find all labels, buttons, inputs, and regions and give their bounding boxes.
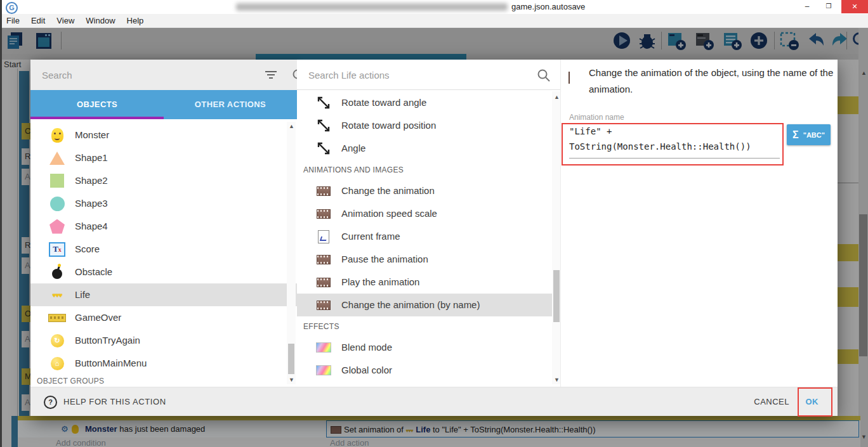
help-icon[interactable]: ? xyxy=(44,396,57,409)
window-title: game.json.autosave xyxy=(511,2,585,11)
action-label: Current frame xyxy=(341,225,400,248)
action-item[interactable]: Rotate toward angle xyxy=(297,91,552,114)
scrollbar-thumb[interactable] xyxy=(553,270,560,322)
maximize-button[interactable]: ❐ xyxy=(819,0,839,13)
action-label: Pause the animation xyxy=(341,248,428,271)
scroll-up-icon[interactable]: ▲ xyxy=(554,94,560,100)
gdevelop-logo-icon: G xyxy=(6,2,18,14)
scrollbar-thumb[interactable] xyxy=(288,344,294,374)
film-strip-icon xyxy=(317,301,331,310)
actions-section-header: ANIMATIONS AND IMAGES xyxy=(303,165,404,174)
menu-bar: File Edit View Window Help xyxy=(0,14,868,28)
action-label: Global color xyxy=(341,359,392,382)
objects-search-box xyxy=(30,60,297,90)
menu-edit[interactable]: Edit xyxy=(25,16,51,25)
object-item-score[interactable]: Tx Score xyxy=(30,238,287,261)
search-icon[interactable] xyxy=(292,68,297,82)
title-bar: G game.json.autosave – ❐ ✕ xyxy=(0,0,868,14)
object-item-obstacle[interactable]: Obstacle xyxy=(30,261,287,283)
action-item[interactable]: Pause the animation xyxy=(297,248,552,271)
film-strip-icon xyxy=(317,255,331,264)
cancel-button[interactable]: CANCEL xyxy=(754,397,789,406)
object-label: Shape2 xyxy=(75,169,108,192)
actions-search-box xyxy=(297,60,561,90)
annotation-box-ok xyxy=(798,387,832,417)
menu-window[interactable]: Window xyxy=(80,16,121,25)
triangle-icon xyxy=(49,152,65,165)
object-item-shape3[interactable]: Shape3 xyxy=(30,192,287,215)
window-left-border xyxy=(0,0,2,447)
help-link[interactable]: HELP FOR THIS ACTION xyxy=(63,397,166,406)
film-strip-icon xyxy=(317,278,331,287)
action-description: Change the animation of the object, usin… xyxy=(589,65,835,98)
object-label: Obstacle xyxy=(75,261,112,283)
abc-label: "ABC" xyxy=(803,131,825,139)
object-item-monster[interactable]: Monster xyxy=(30,124,287,146)
action-item[interactable]: Change the animation xyxy=(297,179,552,202)
circle-icon xyxy=(50,197,65,211)
action-item[interactable]: Angle xyxy=(297,137,552,160)
objects-panel: OBJECTS OTHER ACTIONS Monster Shape1 Sha… xyxy=(30,60,297,387)
dialog-footer: ? HELP FOR THIS ACTION CANCEL OK xyxy=(30,387,838,416)
minimize-button[interactable]: – xyxy=(797,0,817,13)
tab-objects[interactable]: OBJECTS xyxy=(30,90,164,119)
scroll-down-icon[interactable]: ▼ xyxy=(289,377,294,383)
frame-icon xyxy=(318,230,329,243)
actions-search-input[interactable] xyxy=(307,66,519,84)
close-button[interactable]: ✕ xyxy=(841,0,868,13)
menu-help[interactable]: Help xyxy=(121,16,150,25)
action-item[interactable]: Rotate toward position xyxy=(297,114,552,137)
object-item-shape2[interactable]: Shape2 xyxy=(30,169,287,192)
scroll-down-icon[interactable]: ▼ xyxy=(554,377,560,383)
filter-icon[interactable] xyxy=(264,68,278,81)
hearts-icon: ♥♥♥ xyxy=(53,292,62,299)
search-icon[interactable] xyxy=(537,68,551,82)
objects-search-input[interactable] xyxy=(41,66,253,84)
object-item-shape1[interactable]: Shape1 xyxy=(30,146,287,169)
object-label: ButtonMainMenu xyxy=(75,352,147,375)
objects-tabs: OBJECTS OTHER ACTIONS xyxy=(30,90,297,119)
object-label: Monster xyxy=(75,124,109,146)
action-label: Change the animation xyxy=(341,179,435,202)
object-item-buttonmainmenu[interactable]: ⌂ ButtonMainMenu xyxy=(30,352,287,375)
menu-file[interactable]: File xyxy=(0,16,25,25)
rotate-icon xyxy=(317,96,331,110)
rotate-icon xyxy=(317,119,331,133)
animation-name-label: Animation name xyxy=(569,113,624,122)
object-label: Shape3 xyxy=(75,192,108,215)
expression-editor-button[interactable]: Σ "ABC" xyxy=(787,124,831,145)
action-label: Rotate toward position xyxy=(341,114,436,137)
menu-view[interactable]: View xyxy=(51,16,80,25)
objects-scrollbar[interactable]: ▲ ▼ xyxy=(287,122,296,384)
object-label: ButtonTryAgain xyxy=(75,329,140,352)
gdevelop-window: G game.json.autosave – ❐ ✕ File Edit Vie… xyxy=(0,0,868,447)
bomb-icon xyxy=(52,269,62,279)
scroll-up-icon[interactable]: ▲ xyxy=(289,123,294,129)
action-label: Change the animation (by name) xyxy=(341,294,480,316)
object-item-buttontryagain[interactable]: ↻ ButtonTryAgain xyxy=(30,329,287,352)
object-item-gameover[interactable]: GameOver xyxy=(30,306,287,329)
action-item[interactable]: Global color xyxy=(297,359,552,382)
action-item[interactable]: Blend mode xyxy=(297,336,552,359)
action-item[interactable]: Play the animation xyxy=(297,271,552,294)
actions-scrollbar[interactable]: ▲ ▼ xyxy=(552,91,561,384)
object-label: Shape4 xyxy=(75,215,108,238)
active-tab-underline xyxy=(30,117,164,119)
action-label: Animation speed scale xyxy=(341,202,437,225)
tab-other-actions[interactable]: OTHER ACTIONS xyxy=(164,90,297,119)
action-item[interactable]: Current frame xyxy=(297,225,552,248)
banner-icon xyxy=(48,314,66,322)
object-item-shape4[interactable]: Shape4 xyxy=(30,215,287,238)
home-button-icon: ⌂ xyxy=(51,357,64,370)
window-title-blurred xyxy=(236,3,508,11)
action-label: Rotate toward angle xyxy=(341,91,426,114)
action-detail-panel: Change the animation of the object, usin… xyxy=(561,60,838,387)
action-label: Play the animation xyxy=(341,271,419,294)
action-item[interactable]: Animation speed scale xyxy=(297,202,552,225)
action-item-selected[interactable]: Change the animation (by name) xyxy=(297,294,561,316)
actions-section-header: EFFECTS xyxy=(303,322,339,331)
object-item-life-selected[interactable]: ♥♥♥ Life xyxy=(30,283,297,306)
rainbow-icon xyxy=(316,342,331,353)
monster-icon xyxy=(51,128,63,143)
object-label: Score xyxy=(75,238,100,261)
